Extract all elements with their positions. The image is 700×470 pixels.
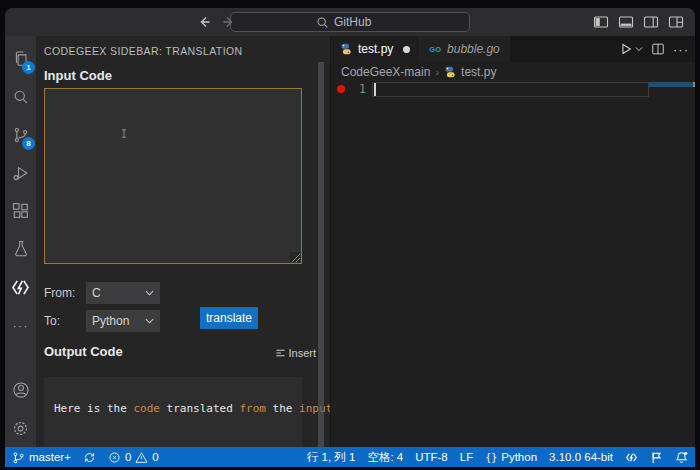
indentation-status[interactable]: 空格: 4 [367,450,403,465]
branch-status[interactable]: master+ [12,451,71,464]
more-activity-button[interactable]: ··· [5,306,36,344]
command-center-search[interactable] [230,12,470,32]
breadcrumb-folder[interactable]: CodeGeeX-main [341,65,430,79]
explorer-activity-button[interactable]: 1 [5,40,36,78]
testing-activity-button[interactable] [5,230,36,268]
forward-icon[interactable] [220,14,236,30]
editor-group: test.py GO bubble.go ··· [330,36,695,447]
search-activity-button[interactable] [5,78,36,116]
settings-button[interactable] [5,409,36,447]
codegeex-status[interactable] [625,451,638,464]
chevron-down-icon [635,46,643,52]
run-python-file-button[interactable] [619,42,643,56]
line-number: 1 [352,82,366,97]
from-label: From: [44,286,86,300]
from-language-select[interactable]: C [86,282,160,304]
editor-caret [374,83,376,96]
run-debug-icon [11,163,31,183]
resize-handle[interactable] [290,252,300,262]
notifications-status[interactable] [675,451,688,464]
account-icon [11,380,31,400]
toggle-secondary-sidebar-icon[interactable] [642,13,660,31]
breakpoint-icon[interactable] [337,85,345,93]
eol-status[interactable]: LF [460,451,473,463]
python-icon [444,66,456,78]
run-debug-activity-button[interactable] [5,154,36,192]
insert-button[interactable]: Insert [275,347,316,359]
chevron-down-icon [145,318,154,324]
cursor-position-status[interactable]: 行 1, 列 1 [307,450,356,465]
tab-bubble-go[interactable]: GO bubble.go [420,36,509,62]
modified-dot-icon[interactable] [403,46,410,53]
output-token-keyword: input [299,402,332,415]
search-icon [316,16,329,29]
problems-status[interactable]: 0 0 [108,451,159,464]
gear-icon [11,419,30,438]
title-bar [5,8,695,36]
scrollbar-decoration[interactable] [649,82,693,87]
insert-icon [275,348,286,359]
from-row: From: C [44,282,160,304]
toggle-panel-icon[interactable] [617,13,635,31]
explorer-badge: 1 [22,61,35,74]
customize-layout-icon[interactable] [667,13,685,31]
codegeex-icon [625,451,638,464]
error-icon [108,451,121,464]
accounts-button[interactable] [5,371,36,409]
input-code-textarea[interactable] [45,89,301,263]
output-token: translated [160,402,239,415]
breadcrumb-separator: › [435,66,439,78]
breadcrumb: CodeGeeX-main › test.py [341,62,496,82]
search-input[interactable] [334,15,384,29]
codegeex-sidebar-panel: CODEGEEX SIDEBAR: TRANSLATION Input Code… [36,36,330,447]
codegeex-icon [10,277,31,298]
extensions-activity-button[interactable] [5,192,36,230]
output-token-keyword: from [239,402,266,415]
feedback-flag-icon [650,451,663,464]
output-token-keyword: code [133,402,160,415]
split-editor-icon[interactable] [651,42,665,56]
output-token: the [266,402,299,415]
insert-label: Insert [288,347,316,359]
sync-status[interactable] [83,451,96,464]
current-line-highlight[interactable] [372,82,649,97]
from-value: C [92,286,101,300]
feedback-status[interactable] [650,451,663,464]
beaker-icon [11,239,31,259]
python-interpreter-status[interactable]: 3.10.0 64-bit [549,451,613,463]
breadcrumb-file[interactable]: test.py [461,65,496,79]
extensions-icon [11,201,31,221]
output-code-label: Output Code [44,344,123,359]
output-code-area[interactable]: Here is the code translated from the inp… [44,377,302,447]
error-count: 0 [125,451,131,463]
tab-label: bubble.go [447,42,500,56]
warning-icon [135,451,148,464]
sidebar-scrollbar[interactable] [318,62,324,447]
source-control-activity-button[interactable]: 8 [5,116,36,154]
text-cursor [121,129,127,138]
activity-bar: 1 8 [5,36,36,447]
git-branch-icon [12,451,25,464]
scrollbar-corner[interactable] [693,82,695,87]
tab-bar: test.py GO bubble.go ··· [331,36,695,62]
sidebar-title: CODEGEEX SIDEBAR: TRANSLATION [44,45,243,57]
to-language-select[interactable]: Python [86,310,160,332]
sync-icon [83,451,96,464]
chevron-down-icon [145,290,154,296]
encoding-status[interactable]: UTF-8 [415,451,448,463]
more-actions-icon[interactable]: ··· [673,42,689,57]
braces-icon: {} [485,452,497,463]
bell-icon [675,451,688,464]
vscode-window: 1 8 [5,8,695,467]
language-mode-status[interactable]: {} Python [485,451,537,463]
input-code-label: Input Code [44,68,112,83]
translate-button[interactable]: translate [200,307,258,329]
back-icon[interactable] [197,14,213,30]
warning-count: 0 [152,451,158,463]
codegeex-activity-button[interactable] [5,268,36,306]
python-icon [340,43,352,55]
tab-label: test.py [358,42,393,56]
input-code-area [44,88,302,264]
toggle-sidebar-icon[interactable] [592,13,610,31]
tab-test-py[interactable]: test.py [331,36,420,62]
